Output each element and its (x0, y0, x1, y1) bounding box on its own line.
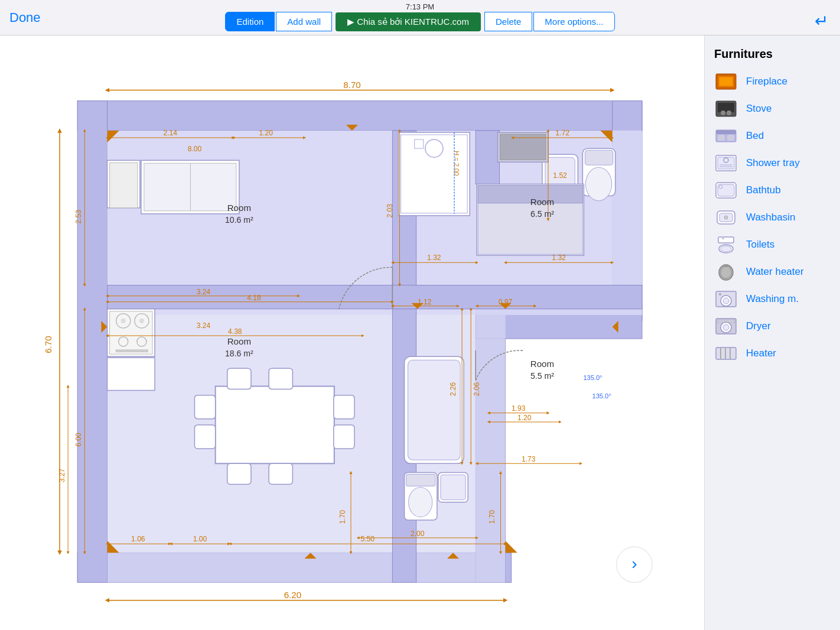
svg-rect-52 (194, 395, 215, 419)
bed-label: Bed (746, 130, 764, 142)
bed-icon (714, 127, 738, 145)
shower-icon (714, 154, 738, 172)
toolbar-buttons: Edition Add wall ▶ Chia sẻ bởi KIENTRUC.… (225, 12, 614, 31)
svg-rect-26 (585, 150, 613, 165)
svg-rect-156 (716, 130, 736, 134)
svg-text:1.70: 1.70 (488, 510, 496, 524)
fireplace-icon (714, 73, 738, 90)
svg-text:3.27: 3.27 (58, 468, 66, 482)
svg-rect-160 (718, 157, 734, 169)
svg-rect-150 (719, 77, 732, 86)
svg-text:1.52: 1.52 (553, 171, 567, 180)
svg-text:6.00: 6.00 (74, 433, 83, 447)
edition-button[interactable]: Edition (225, 12, 275, 31)
svg-rect-57 (408, 360, 461, 460)
furniture-item-water-heater[interactable]: Water heater (705, 258, 840, 285)
svg-rect-165 (718, 184, 734, 196)
svg-rect-14 (476, 131, 499, 184)
water-heater-label: Water heater (746, 266, 804, 278)
add-wall-button[interactable]: Add wall (276, 12, 332, 31)
sidebar-title: Furnitures (705, 43, 840, 68)
svg-rect-55 (194, 425, 215, 449)
svg-text:›: › (631, 554, 637, 573)
svg-rect-38 (110, 311, 152, 354)
svg-text:5.5 m²: 5.5 m² (530, 371, 554, 381)
svg-rect-50 (227, 463, 251, 484)
svg-text:Room: Room (227, 336, 251, 346)
svg-point-42 (139, 319, 144, 323)
svg-text:8.00: 8.00 (188, 145, 202, 153)
stove-label: Stove (746, 103, 771, 115)
svg-rect-47 (216, 387, 334, 464)
time: 7:13 PM (406, 2, 434, 11)
svg-text:2.03: 2.03 (386, 204, 394, 218)
svg-rect-157 (718, 135, 725, 141)
canvas-area[interactable]: 8.70 6.20 6.70 2.14 1.20 8.00 1.72 2.53 … (0, 35, 704, 630)
dryer-icon (714, 317, 738, 335)
toilets-icon (714, 236, 738, 254)
svg-rect-49 (269, 368, 292, 389)
furniture-item-washbasin[interactable]: Washbasin (705, 204, 840, 231)
svg-text:2.14: 2.14 (163, 129, 177, 137)
furniture-item-bathtub[interactable]: Bathtub (705, 177, 840, 204)
water-heater-icon (714, 263, 738, 281)
svg-text:10.6 m²: 10.6 m² (225, 215, 253, 225)
washbasin-icon (714, 209, 738, 226)
svg-rect-152 (718, 103, 734, 112)
furniture-item-heater[interactable]: Heater (705, 340, 840, 367)
svg-rect-54 (334, 425, 354, 449)
furniture-item-shower[interactable]: Shower tray (705, 150, 840, 177)
undo-button[interactable]: ↵ (815, 11, 828, 31)
share-button[interactable]: ▶ Chia sẻ bởi KIENTRUC.com (336, 12, 481, 31)
svg-text:18.6 m²: 18.6 m² (225, 349, 253, 358)
furniture-item-bed[interactable]: Bed (705, 122, 840, 150)
svg-rect-51 (269, 463, 292, 484)
svg-point-59 (409, 488, 432, 517)
furniture-item-toilets[interactable]: Toilets (705, 231, 840, 258)
sidebar: Furnitures Fireplace (704, 35, 840, 630)
svg-text:1.00: 1.00 (193, 535, 207, 543)
bathtub-icon (714, 181, 738, 199)
svg-text:1.72: 1.72 (555, 129, 569, 137)
svg-rect-45 (116, 349, 148, 352)
main: 8.70 6.20 6.70 2.14 1.20 8.00 1.72 2.53 … (0, 35, 840, 630)
svg-text:135.0°: 135.0° (592, 392, 611, 400)
furniture-item-fireplace[interactable]: Fireplace (705, 68, 840, 95)
furniture-item-dryer[interactable]: Dryer (705, 313, 840, 340)
svg-rect-33 (110, 163, 138, 207)
svg-point-179 (723, 298, 729, 304)
toilets-label: Toilets (746, 239, 774, 251)
washing-machine-icon (714, 290, 738, 308)
svg-point-40 (121, 319, 126, 323)
stove-icon (714, 100, 738, 118)
svg-text:2.53: 2.53 (74, 210, 83, 224)
delete-button[interactable]: Delete (484, 12, 532, 31)
svg-rect-173 (722, 237, 724, 239)
svg-rect-62 (441, 475, 465, 499)
svg-text:Room: Room (530, 359, 554, 369)
heater-icon (714, 345, 738, 362)
floorplan-svg: 8.70 6.20 6.70 2.14 1.20 8.00 1.72 2.53 … (0, 35, 704, 630)
furniture-item-washing-machine[interactable]: Washing m. (705, 285, 840, 313)
heater-label: Heater (746, 348, 776, 359)
done-button[interactable]: Done (9, 10, 41, 25)
svg-point-175 (721, 267, 731, 278)
svg-text:1.32: 1.32 (427, 254, 441, 262)
washing-machine-label: Washing m. (746, 293, 799, 305)
more-options-button[interactable]: More options... (533, 12, 614, 31)
fireplace-label: Fireplace (746, 76, 787, 87)
svg-text:3.24: 3.24 (197, 322, 211, 330)
washbasin-label: Washbasin (746, 212, 795, 223)
svg-rect-176 (724, 264, 728, 267)
svg-text:3.24: 3.24 (197, 288, 211, 296)
svg-text:1.93: 1.93 (512, 404, 526, 413)
svg-text:1.20: 1.20 (517, 414, 532, 422)
dryer-label: Dryer (746, 320, 771, 332)
svg-rect-60 (406, 474, 435, 486)
svg-text:1.32: 1.32 (552, 254, 566, 262)
topbar: 7:13 PM Done Edition Add wall ▶ Chia sẻ … (0, 0, 840, 35)
svg-point-154 (727, 111, 731, 115)
furniture-item-stove[interactable]: Stove (705, 95, 840, 122)
svg-text:5.50: 5.50 (360, 535, 375, 543)
svg-point-172 (721, 246, 731, 252)
